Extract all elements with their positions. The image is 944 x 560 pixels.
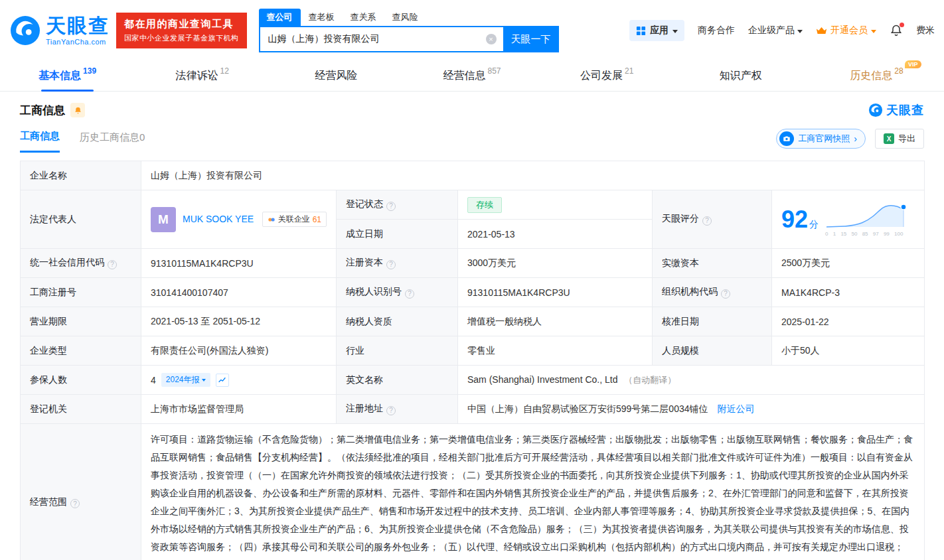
tab-label: 经营信息 bbox=[443, 69, 485, 83]
search-tab-risk[interactable]: 查风险 bbox=[384, 9, 426, 26]
help-icon[interactable] bbox=[702, 216, 712, 226]
tab-operation-info[interactable]: 经营信息 857 bbox=[404, 61, 539, 91]
vip-badge: VIP bbox=[905, 60, 921, 68]
vip-membership-link[interactable]: 开通会员 bbox=[816, 25, 876, 36]
field-label: 核准日期 bbox=[653, 307, 772, 336]
reg-authority-value: 上海市市场监督管理局 bbox=[141, 395, 337, 424]
help-icon[interactable] bbox=[386, 406, 396, 415]
business-cooperation-link[interactable]: 商务合作 bbox=[698, 25, 735, 36]
legal-rep-avatar[interactable]: M bbox=[151, 207, 176, 232]
snapshot-label: 工商官网快照 bbox=[798, 133, 850, 145]
tab-count: 21 bbox=[625, 66, 633, 76]
field-label: 登记状态 bbox=[337, 190, 458, 220]
watermark-text: 天眼查 bbox=[886, 102, 924, 118]
auto-translate-note: （自动翻译） bbox=[624, 375, 676, 385]
help-icon[interactable] bbox=[386, 202, 396, 211]
apps-button[interactable]: 应用 bbox=[629, 20, 684, 41]
tianyancha-watermark: 天眼查 bbox=[868, 102, 924, 118]
table-row: 工商注册号 310141400107407 纳税人识别号 91310115MA1… bbox=[21, 278, 925, 307]
tab-count: 28 bbox=[894, 66, 903, 76]
tab-label: 基本信息 bbox=[39, 69, 81, 83]
tab-basic-info[interactable]: 基本信息 139 bbox=[0, 61, 135, 91]
field-label: 英文名称 bbox=[337, 366, 458, 395]
search-input[interactable] bbox=[259, 26, 503, 52]
help-icon[interactable] bbox=[108, 260, 117, 269]
vip-label: 开通会员 bbox=[830, 25, 868, 36]
tab-company-development[interactable]: 公司发展 21 bbox=[540, 61, 674, 91]
insured-count-cell: 4 2024年报 bbox=[141, 366, 337, 395]
approval-date-value: 2025-01-22 bbox=[772, 307, 925, 336]
legal-rep-name-link[interactable]: MUK SOOK YEE bbox=[183, 212, 256, 226]
search-button[interactable]: 天眼一下 bbox=[503, 26, 559, 52]
business-info-table: 企业名称 山姆（上海）投资有限公司 法定代表人 M MUK SOOK YEE 关… bbox=[20, 161, 925, 560]
tab-operation-risk[interactable]: 经营风险 bbox=[270, 61, 404, 91]
section-title: 工商信息 bbox=[20, 103, 65, 118]
clear-search-icon[interactable] bbox=[486, 34, 497, 44]
chevron-down-icon bbox=[202, 379, 206, 384]
tab-legal-proceedings[interactable]: 法律诉讼 12 bbox=[135, 61, 270, 91]
table-row: 营业期限 2021-05-13 至 2051-05-12 纳税人资质 增值税一般… bbox=[21, 307, 925, 336]
reg-status-value: 存续 bbox=[458, 190, 653, 220]
table-row: 统一社会信用代码 91310115MA1K4RCP3U 注册资本 3000万美元… bbox=[21, 249, 925, 278]
chevron-down-icon bbox=[871, 30, 876, 36]
english-name-value: Sam (Shanghai) Investment Co., Ltd （自动翻译… bbox=[458, 366, 925, 395]
taxpayer-id-value: 91310115MA1K4RCP3U bbox=[458, 278, 653, 307]
apps-label: 应用 bbox=[650, 25, 669, 36]
company-name-value: 山姆（上海）投资有限公司 bbox=[141, 161, 925, 190]
reg-capital-value: 3000万美元 bbox=[458, 249, 653, 278]
tab-count: 857 bbox=[487, 66, 501, 76]
trend-chart-icon[interactable] bbox=[216, 374, 229, 387]
company-type-value: 有限责任公司(外国法人独资) bbox=[141, 336, 337, 366]
tab-intellectual-property[interactable]: 知识产权 bbox=[674, 61, 809, 91]
reg-number-value: 310141400107407 bbox=[141, 278, 337, 307]
taxpayer-quality-value: 增值税一般纳税人 bbox=[458, 307, 653, 336]
related-companies-count: 61 bbox=[313, 215, 321, 224]
tab-history-info[interactable]: 历史信息 28 VIP bbox=[809, 61, 944, 91]
official-snapshot-button[interactable]: 工商官网快照 bbox=[776, 129, 866, 149]
notification-bell-icon[interactable] bbox=[890, 24, 903, 37]
subtabs-row: 工商信息 历史工商信息0 工商官网快照 导出 bbox=[0, 123, 944, 154]
search-tab-company[interactable]: 查公司 bbox=[259, 9, 301, 26]
related-companies-badge[interactable]: 关联企业 61 bbox=[262, 212, 327, 227]
slogan-line2: 国家中小企业发展子基金旗下机构 bbox=[124, 33, 239, 43]
enterprise-products-label: 企业级产品 bbox=[748, 25, 795, 36]
tyc-score[interactable]: 92分 0 1 15 50 85 97 99 100 bbox=[781, 202, 915, 237]
export-button[interactable]: 导出 bbox=[875, 129, 924, 149]
tab-label: 经营风险 bbox=[315, 69, 357, 83]
chevron-down-icon bbox=[797, 30, 803, 36]
help-icon[interactable] bbox=[721, 289, 730, 299]
user-menu[interactable]: 费米 bbox=[916, 25, 935, 36]
org-code-value: MA1K4RCP-3 bbox=[772, 278, 925, 307]
excel-icon bbox=[884, 133, 894, 144]
reg-address-cell: 中国（上海）自由贸易试验区万安街599号第二层0034铺位 附近公司 bbox=[458, 395, 925, 424]
enterprise-products-link[interactable]: 企业级产品 bbox=[748, 25, 803, 36]
table-row: 经营范围 许可项目：道路货物运输（不含危险货物）；第二类增值电信业务；第一类增值… bbox=[21, 424, 925, 560]
search-tab-relation[interactable]: 查关系 bbox=[343, 9, 384, 26]
field-label: 企业类型 bbox=[21, 336, 141, 366]
alert-bell-icon[interactable] bbox=[70, 103, 85, 117]
field-label: 法定代表人 bbox=[21, 190, 141, 249]
tab-count: 12 bbox=[220, 66, 229, 76]
help-icon[interactable] bbox=[70, 499, 80, 508]
credit-code-value: 91310115MA1K4RCP3U bbox=[141, 249, 337, 278]
export-label: 导出 bbox=[898, 133, 915, 145]
search-tab-boss[interactable]: 查老板 bbox=[301, 9, 343, 26]
tab-label: 历史信息 bbox=[850, 69, 892, 83]
top-header: 天眼查 TianYanCha.com 都在用的商业查询工具 国家中小企业发展子基… bbox=[0, 0, 944, 61]
help-icon[interactable] bbox=[405, 289, 414, 299]
tianyancha-logo[interactable]: 天眼查 TianYanCha.com bbox=[9, 15, 110, 46]
camera-icon bbox=[779, 131, 794, 146]
establish-date-value: 2021-05-13 bbox=[458, 220, 653, 249]
arrow-right-icon bbox=[854, 133, 857, 144]
related-companies-icon bbox=[268, 216, 275, 224]
tab-label: 法律诉讼 bbox=[176, 69, 218, 83]
nearby-companies-link[interactable]: 附近公司 bbox=[717, 403, 754, 414]
table-row: 企业类型 有限责任公司(外国法人独资) 行业 零售业 人员规模 小于50人 bbox=[21, 336, 925, 366]
field-label: 注册资本 bbox=[337, 249, 458, 278]
help-icon[interactable] bbox=[386, 260, 396, 269]
field-label: 行业 bbox=[337, 336, 458, 366]
subtab-history-business-info[interactable]: 历史工商信息0 bbox=[80, 131, 145, 152]
annual-report-badge[interactable]: 2024年报 bbox=[161, 373, 210, 387]
field-label: 天眼评分 bbox=[653, 190, 772, 249]
subtab-business-info[interactable]: 工商信息 bbox=[20, 130, 60, 153]
